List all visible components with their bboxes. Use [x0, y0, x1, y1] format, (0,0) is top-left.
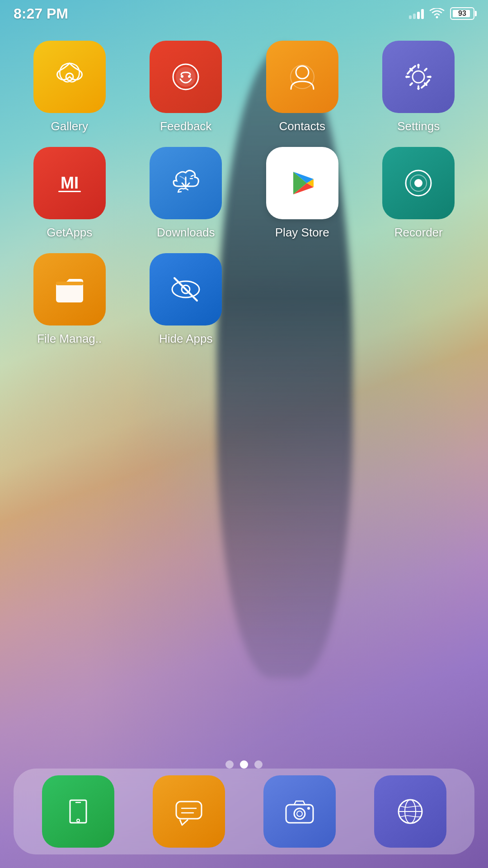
app-item-filemanager[interactable]: File Manag..: [14, 253, 126, 346]
hideapps-icon: [150, 253, 222, 326]
svg-text:MI: MI: [61, 174, 79, 192]
svg-rect-10: [58, 191, 81, 192]
dock-phone[interactable]: [42, 775, 114, 848]
signal-bars-icon: [409, 8, 424, 19]
app-item-settings[interactable]: Settings: [363, 41, 475, 133]
svg-point-17: [414, 179, 422, 187]
svg-point-29: [297, 811, 302, 816]
hideapps-label: Hide Apps: [159, 332, 213, 346]
app-item-playstore[interactable]: Play Store: [246, 147, 358, 240]
recorder-label: Recorder: [394, 226, 443, 240]
dock-messages[interactable]: [153, 775, 225, 848]
svg-point-28: [294, 808, 305, 819]
svg-rect-19: [56, 282, 83, 285]
svg-point-5: [188, 75, 191, 78]
dock-browser[interactable]: [374, 775, 446, 848]
svg-point-23: [77, 819, 80, 822]
svg-point-7: [291, 65, 314, 89]
wifi-icon: [429, 8, 445, 19]
battery-indicator: 93: [450, 7, 474, 20]
feedback-label: Feedback: [160, 119, 211, 133]
app-item-feedback[interactable]: Feedback: [130, 41, 242, 133]
downloads-label: Downloads: [157, 226, 215, 240]
page-dot-3[interactable]: [254, 760, 263, 769]
app-item-downloads[interactable]: Downloads: [130, 147, 242, 240]
page-dot-2[interactable]: [240, 760, 248, 769]
app-item-hideapps[interactable]: Hide Apps: [130, 253, 242, 346]
dock: [14, 769, 474, 854]
playstore-label: Play Store: [275, 226, 329, 240]
downloads-icon: [150, 147, 222, 219]
svg-point-30: [307, 807, 310, 810]
app-item-getapps[interactable]: MI GetApps: [14, 147, 126, 240]
filemanager-icon: [33, 253, 106, 326]
contacts-icon: [266, 41, 338, 113]
svg-point-8: [413, 71, 424, 83]
settings-label: Settings: [397, 119, 440, 133]
page-dots: [0, 760, 488, 769]
signal-bar-2: [413, 14, 416, 19]
battery-text: 93: [458, 9, 466, 18]
recorder-icon: [382, 147, 455, 219]
app-grid: Gallery Feedback Contacts: [0, 32, 488, 355]
app-item-contacts[interactable]: Contacts: [246, 41, 358, 133]
status-bar: 8:27 PM 93: [0, 0, 488, 27]
getapps-label: GetApps: [47, 226, 92, 240]
getapps-icon: MI: [33, 147, 106, 219]
svg-point-3: [176, 67, 196, 87]
filemanager-label: File Manag..: [37, 332, 102, 346]
svg-point-4: [181, 75, 183, 78]
signal-bar-3: [417, 12, 420, 19]
dock-camera[interactable]: [263, 775, 336, 848]
settings-icon: [382, 41, 455, 113]
playstore-icon: [266, 147, 338, 219]
svg-rect-24: [176, 802, 202, 819]
signal-bar-4: [421, 9, 424, 19]
feedback-icon: [150, 41, 222, 113]
app-item-gallery[interactable]: Gallery: [14, 41, 126, 133]
status-icons: 93: [409, 7, 474, 20]
contacts-label: Contacts: [279, 119, 325, 133]
status-time: 8:27 PM: [14, 5, 68, 22]
svg-point-0: [436, 16, 438, 19]
gallery-icon: [33, 41, 106, 113]
signal-bar-1: [409, 15, 412, 19]
page-dot-1[interactable]: [225, 760, 234, 769]
gallery-label: Gallery: [51, 119, 88, 133]
svg-point-6: [296, 66, 309, 79]
app-item-recorder[interactable]: Recorder: [363, 147, 475, 240]
